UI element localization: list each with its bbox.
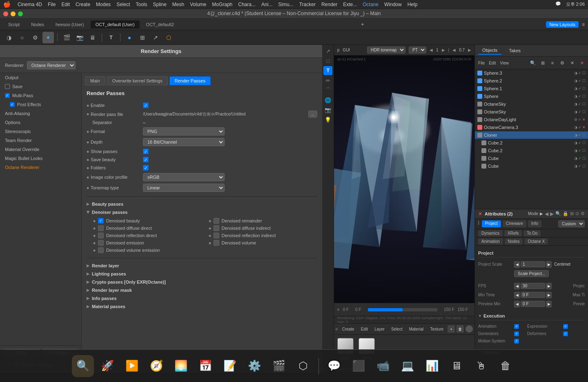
beauty-passes-header[interactable]: ▶ Beauty passes (87, 200, 317, 208)
obj-item-sphere1[interactable]: Sphere.1 ◑ ✓ ☐ (475, 85, 588, 93)
tab-oct-default[interactable]: OCT_default (User) (91, 20, 140, 29)
obj-item-sphere3[interactable]: Sphere.3 ◑ ✓ ☐ (475, 69, 588, 77)
expression-checkbox[interactable]: ✓ (563, 324, 568, 329)
obj-item-octanesky2[interactable]: OctaneSky ◑ ✓ ☐ (475, 108, 588, 116)
folders-checkbox[interactable]: ✓ (143, 165, 149, 171)
denoised-emission-checkbox[interactable] (98, 240, 104, 246)
mat-texture-btn[interactable]: Texture (428, 326, 446, 332)
dock-finder[interactable]: 🔍 (72, 355, 94, 377)
tab-script[interactable]: Script (3, 20, 24, 29)
obj-item-sphere[interactable]: Sphere ◑ ✓ ☐ (475, 93, 588, 100)
dock-octane[interactable]: ⬡ (292, 355, 314, 377)
menu-tracker[interactable]: Tracker (299, 2, 316, 7)
icon-camera[interactable]: 📷 (74, 32, 85, 43)
hamburger-icon[interactable]: ≡ (337, 307, 340, 312)
sidebar-item-teamrender[interactable]: Team Render (0, 136, 81, 145)
info-passes-header[interactable]: ▶ Info passes (87, 294, 317, 302)
project-scale-inc[interactable]: ▶ (546, 261, 552, 268)
side-icon-light[interactable]: 💡 (323, 115, 332, 124)
menu-file[interactable]: File (48, 2, 56, 7)
attr-tab-cineware[interactable]: Cineware (503, 220, 526, 227)
takes-tab[interactable]: Takes (505, 47, 525, 54)
denoised-beauty-checkbox[interactable]: ✓ (98, 218, 104, 224)
show-passes-checkbox[interactable]: ✓ (143, 149, 149, 154)
mat-delete-btn[interactable]: 🗑 (457, 325, 464, 333)
attr-tab-todo[interactable]: To Do (523, 230, 541, 236)
menu-modes[interactable]: Modes (96, 2, 111, 7)
format-select[interactable]: PNG (143, 127, 225, 135)
tab-oct-default2[interactable]: OCT_default2 (141, 20, 179, 29)
hdr-dropdown[interactable]: HDR tonemap (367, 47, 405, 53)
icon-gear[interactable]: ⚙ (29, 32, 41, 43)
sidebar-item-save[interactable]: Save (0, 82, 81, 91)
side-icon-camera2[interactable]: 📷 (323, 105, 332, 114)
attr-close-btn[interactable]: ✕ (478, 211, 482, 217)
prev-val-btn[interactable]: ◀ (452, 48, 456, 52)
menu-exte[interactable]: Exte... (343, 2, 357, 7)
maximize-button[interactable] (18, 11, 23, 16)
icon-half-circle[interactable]: ◑ (3, 32, 15, 43)
prev-frame-btn[interactable]: ◀ (430, 48, 433, 52)
icon-film[interactable]: 🎬 (61, 32, 72, 43)
material-passes-header[interactable]: ▶ Material passes (87, 302, 317, 311)
obj-view-btn[interactable]: View (498, 61, 510, 65)
obj-item-cube2-1[interactable]: Cube.2 ◑ ✓ ☐ (475, 139, 588, 147)
mode-dropdown[interactable]: PT (409, 47, 426, 53)
color-profile-select[interactable]: sRGB (143, 173, 225, 181)
denoised-remainder-checkbox[interactable] (214, 218, 219, 224)
crypto-passes-header[interactable]: ▶ Crypto passes [Only EXR(Octane)] (87, 278, 317, 286)
deformers-checkbox[interactable]: ✓ (563, 331, 568, 336)
attr-fwd-btn[interactable]: ▶ (550, 211, 554, 217)
add-tab-button[interactable]: + (361, 21, 364, 27)
min-time-dec[interactable]: ◀ (514, 292, 520, 298)
render-layer-header[interactable]: ▶ Render layer (87, 262, 317, 270)
mat-add-btn[interactable]: + (448, 325, 455, 333)
sidebar-item-materialoverride[interactable]: Material Override (0, 145, 81, 154)
denoised-diffuse-direct-checkbox[interactable] (98, 225, 104, 231)
tab-render-passes[interactable]: Render Passes (169, 76, 211, 85)
dock-trash[interactable]: 🗑 (494, 355, 517, 377)
attr-tab-info[interactable]: Info (528, 220, 541, 227)
obj-icon2[interactable]: ⊞ (538, 58, 547, 67)
multipass-checkbox[interactable]: ✓ (5, 93, 10, 98)
icon-t[interactable]: T (105, 32, 117, 43)
side-icon-arrow[interactable]: ↗ (323, 47, 332, 56)
project-scale-dec[interactable]: ◀ (514, 261, 520, 268)
denoised-reflection-indirect-checkbox[interactable] (214, 233, 219, 238)
obj-delete-icon[interactable]: ✕ (577, 58, 586, 67)
save-beauty-checkbox[interactable]: ✓ (143, 157, 149, 162)
attr-tab-project[interactable]: Project (482, 220, 501, 227)
depth-select[interactable]: 16 Bit/Channel (143, 138, 225, 146)
menu-volume[interactable]: Volume (190, 2, 206, 7)
dock-screens[interactable]: 🖥 (445, 355, 468, 377)
posteffects-checkbox[interactable]: ✓ (10, 102, 15, 107)
next-frame-btn[interactable]: ▶ (442, 48, 445, 52)
attr-lock-icon[interactable]: 🔒 (563, 211, 568, 216)
dock-calendar[interactable]: 📅 (194, 355, 216, 377)
dock-system-prefs[interactable]: ⚙️ (243, 355, 265, 377)
next-val-btn[interactable]: ▶ (468, 48, 471, 52)
sidebar-item-antialiasing[interactable]: Anti-Aliasing (0, 109, 81, 118)
side-icon-t[interactable]: T (323, 66, 332, 75)
icon-layers[interactable]: ⊞ (137, 32, 148, 43)
objects-tab[interactable]: Objects (478, 47, 501, 55)
icon-star[interactable]: ✦ (42, 32, 54, 43)
menu-chara[interactable]: Chara... (238, 2, 256, 7)
side-icon-square[interactable]: □ (323, 56, 332, 65)
dock-numbers[interactable]: 📊 (421, 355, 443, 377)
obj-close-icon[interactable]: ✕ (568, 58, 577, 67)
dock-zoom[interactable]: 📹 (372, 355, 394, 377)
icon-octane-logo[interactable]: ⬡ (163, 32, 174, 43)
obj-item-octanesky1[interactable]: OctaneSky ◑ ✓ ☐ (475, 100, 588, 108)
fps-input[interactable] (521, 283, 545, 289)
render-layer-mask-header[interactable]: ▶ Render layer mask (87, 286, 317, 294)
attr-back-btn[interactable]: ◀ (545, 211, 548, 217)
attr-tab-animation[interactable]: Animation (478, 238, 503, 244)
menu-render[interactable]: Render (321, 2, 337, 7)
preview-min-dec[interactable]: ◀ (514, 301, 520, 307)
denoised-reflection-direct-checkbox[interactable] (98, 233, 104, 238)
menu-tools[interactable]: Tools (136, 2, 147, 7)
attr-tab-dynamics[interactable]: Dynamics (478, 230, 503, 236)
obj-item-cube2[interactable]: Cube ◑ ✓ ☐ (475, 162, 588, 170)
apple-menu[interactable]: 🍎 (3, 1, 11, 8)
